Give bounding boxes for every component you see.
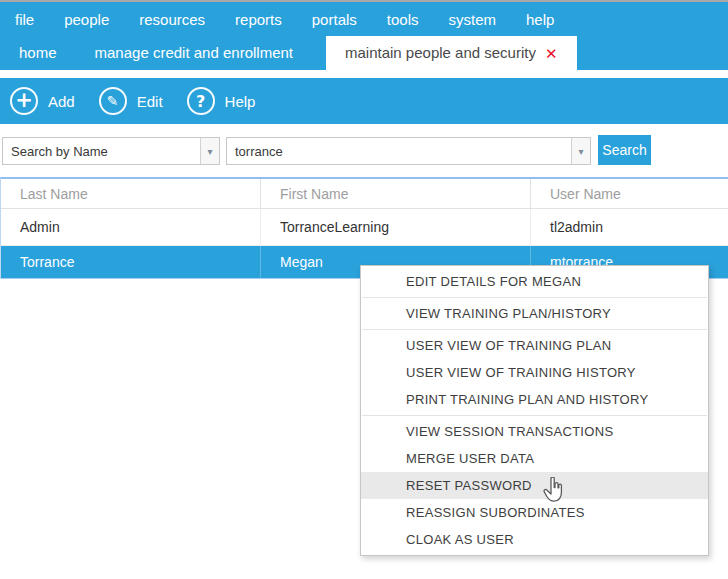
menu-reports[interactable]: reports	[220, 11, 297, 28]
column-header-last-name[interactable]: Last Name	[1, 179, 261, 208]
search-button[interactable]: Search	[598, 135, 651, 165]
menu-system[interactable]: system	[434, 11, 512, 28]
add-button-label: Add	[48, 93, 75, 110]
menu-item-user-view-training-plan[interactable]: USER VIEW OF TRAINING PLAN	[361, 332, 708, 359]
column-header-user-name[interactable]: User Name	[531, 179, 728, 208]
cell-user-name: tl2admin	[531, 209, 728, 245]
search-filter-dropdown[interactable]: Search by Name ▾	[2, 137, 220, 165]
app-window: file people resources reports portals to…	[0, 0, 728, 579]
cell-last-name: Admin	[1, 209, 261, 245]
menu-separator	[362, 329, 707, 330]
cell-first-name: TorranceLearning	[261, 209, 531, 245]
edit-button[interactable]: ✎ Edit	[99, 87, 163, 115]
tab-manage-credit-and-enrollment[interactable]: manage credit and enrollment	[76, 36, 312, 70]
plus-circle-icon: +	[10, 87, 38, 115]
menu-item-view-training-plan-history[interactable]: VIEW TRAINING PLAN/HISTORY	[361, 300, 708, 327]
table-row[interactable]: Admin TorranceLearning tl2admin	[1, 209, 728, 246]
menu-item-print-training-plan-history[interactable]: PRINT TRAINING PLAN AND HISTORY	[361, 386, 708, 413]
menu-item-reset-password[interactable]: RESET PASSWORD	[361, 472, 708, 499]
search-filter-value: Search by Name	[3, 144, 200, 159]
menu-separator	[362, 297, 707, 298]
column-header-first-name[interactable]: First Name	[261, 179, 531, 208]
search-input[interactable]: torrance ▾	[226, 137, 591, 165]
menu-item-reassign-subordinates[interactable]: REASSIGN SUBORDINATES	[361, 499, 708, 526]
menu-people[interactable]: people	[49, 11, 124, 28]
menu-portals[interactable]: portals	[297, 11, 372, 28]
chevron-down-icon[interactable]: ▾	[571, 138, 590, 164]
tab-label: maintain people and security	[345, 36, 536, 70]
menu-item-view-session-transactions[interactable]: VIEW SESSION TRANSACTIONS	[361, 418, 708, 445]
menu-item-merge-user-data[interactable]: MERGE USER DATA	[361, 445, 708, 472]
chevron-down-icon[interactable]: ▾	[200, 138, 219, 164]
pencil-circle-icon: ✎	[99, 87, 127, 115]
add-button[interactable]: + Add	[10, 87, 75, 115]
menu-item-user-view-training-history[interactable]: USER VIEW OF TRAINING HISTORY	[361, 359, 708, 386]
menu-item-cloak-as-user[interactable]: CLOAK AS USER	[361, 526, 708, 553]
tab-home[interactable]: home	[0, 36, 76, 70]
menu-separator	[362, 415, 707, 416]
table-header-row: Last Name First Name User Name	[1, 179, 728, 209]
search-input-value: torrance	[227, 144, 571, 159]
help-button-label: Help	[225, 93, 256, 110]
hand-cursor-icon	[543, 477, 564, 508]
help-button[interactable]: ? Help	[187, 87, 256, 115]
app-menubar: file people resources reports portals to…	[0, 2, 728, 36]
menu-help[interactable]: help	[511, 11, 569, 28]
menu-file[interactable]: file	[0, 11, 49, 28]
tab-strip: home manage credit and enrollment mainta…	[0, 36, 728, 70]
edit-button-label: Edit	[137, 93, 163, 110]
menu-item-edit-details[interactable]: EDIT DETAILS FOR MEGAN	[361, 268, 708, 295]
menu-tools[interactable]: tools	[372, 11, 434, 28]
tab-maintain-people-and-security[interactable]: maintain people and security ✕	[326, 36, 577, 70]
results-table: Last Name First Name User Name Admin Tor…	[0, 177, 728, 279]
cell-last-name: Torrance	[1, 246, 261, 278]
action-toolbar: + Add ✎ Edit ? Help	[0, 78, 728, 124]
close-tab-icon[interactable]: ✕	[545, 46, 558, 61]
question-circle-icon: ?	[187, 87, 215, 115]
context-menu: EDIT DETAILS FOR MEGAN VIEW TRAINING PLA…	[360, 265, 709, 556]
menu-resources[interactable]: resources	[124, 11, 220, 28]
